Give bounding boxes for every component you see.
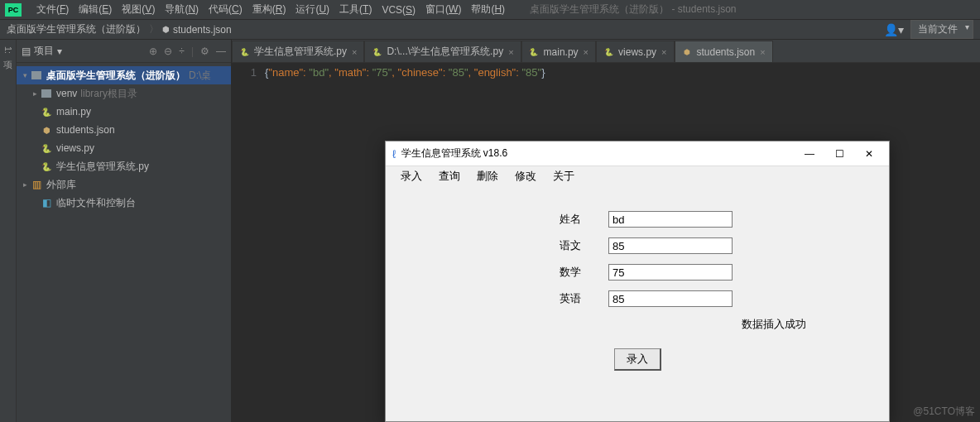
breadcrumb-project[interactable]: 桌面版学生管理系统（进阶版） <box>7 22 146 36</box>
project-tree: ▾ 桌面版学生管理系统（进阶版）D:\桌 ▸ venvlibrary根目录 🐍m… <box>17 63 231 215</box>
label-english: 英语 <box>542 291 608 306</box>
input-english[interactable] <box>608 290 733 307</box>
python-icon: 🐍 <box>40 142 53 154</box>
submit-button[interactable]: 录入 <box>614 348 661 371</box>
json-icon: ⬢ <box>40 124 53 136</box>
dialog-menu-insert[interactable]: 录入 <box>392 169 430 184</box>
tree-file-sims[interactable]: 🐍学生信息管理系统.py <box>17 157 231 175</box>
menu-window[interactable]: 窗口(W) <box>420 2 466 17</box>
chevron-right-icon: 〉 <box>149 22 159 36</box>
tree-external-libs[interactable]: ▸▥外部库 <box>17 175 231 194</box>
window-title: 桌面版学生管理系统（进阶版） - students.json <box>530 2 736 17</box>
close-icon[interactable]: × <box>352 47 357 57</box>
python-icon: 🐍 <box>40 161 53 172</box>
close-icon[interactable]: × <box>661 47 666 57</box>
menu-refactor[interactable]: 重构(R) <box>247 2 291 17</box>
tab-students-json[interactable]: ⬢students.json× <box>675 41 773 62</box>
student-dialog: ℓ 学生信息管理系统 v18.6 — ☐ ✕ 录入 查询 删除 修改 关于 姓名… <box>385 141 890 422</box>
left-tool-strip[interactable]: 1:项 <box>0 40 17 422</box>
menu-file[interactable]: 文件(F) <box>31 2 74 17</box>
breadcrumb: 桌面版学生管理系统（进阶版） 〉 ⬢ students.json 👤▾ 当前文件 <box>0 20 980 40</box>
hide-icon[interactable]: — <box>216 46 226 57</box>
minimize-button[interactable]: — <box>796 144 823 164</box>
menu-help[interactable]: 帮助(H) <box>466 2 510 17</box>
python-icon: 🐍 <box>40 106 53 117</box>
app-logo: PC <box>5 3 22 17</box>
json-icon: ⬢ <box>162 25 170 34</box>
python-icon: 🐍 <box>372 47 382 57</box>
menu-edit[interactable]: 编辑(E) <box>74 2 117 17</box>
maximize-button[interactable]: ☐ <box>826 144 853 164</box>
label-chinese: 语文 <box>542 238 608 253</box>
divide-icon[interactable]: ÷ <box>179 46 185 57</box>
label-name: 姓名 <box>542 212 608 227</box>
tree-project-root[interactable]: ▾ 桌面版学生管理系统（进阶版）D:\桌 <box>17 66 231 84</box>
dialog-body: 姓名 语文 数学 英语 数据插入成功 录入 <box>386 186 889 371</box>
line-gutter: 1 <box>232 66 265 419</box>
gear-icon[interactable]: ⚙ <box>200 46 209 57</box>
label-math: 数学 <box>542 265 608 280</box>
close-button[interactable]: ✕ <box>856 144 882 164</box>
run-config-selector[interactable]: 当前文件 <box>910 20 973 39</box>
status-message: 数据插入成功 <box>419 317 856 332</box>
tab-main-py[interactable]: 🐍main.py× <box>521 41 596 62</box>
tab-sims-py-2[interactable]: 🐍D:\...\学生信息管理系统.py× <box>364 41 521 62</box>
dialog-title: 学生信息管理系统 v18.6 <box>401 146 796 161</box>
dialog-menu-about[interactable]: 关于 <box>545 169 583 184</box>
close-icon[interactable]: × <box>584 47 588 57</box>
input-math[interactable] <box>608 264 733 281</box>
tree-file-views[interactable]: 🐍views.py <box>17 139 231 157</box>
close-icon[interactable]: × <box>508 47 513 57</box>
folder-icon: ▤ <box>22 46 31 57</box>
input-name[interactable] <box>608 211 733 228</box>
tree-venv[interactable]: ▸ venvlibrary根目录 <box>17 84 231 103</box>
menu-code[interactable]: 代码(C) <box>204 2 247 17</box>
editor-tabs: 🐍学生信息管理系统.py× 🐍D:\...\学生信息管理系统.py× 🐍main… <box>232 40 980 63</box>
expand-icon[interactable]: ⊕ <box>149 46 157 57</box>
collapse-icon[interactable]: ⊖ <box>164 46 172 57</box>
tree-file-main[interactable]: 🐍main.py <box>17 103 231 121</box>
tree-file-students[interactable]: ⬢students.json <box>17 121 231 139</box>
watermark: @51CTO博客 <box>913 405 975 419</box>
dialog-menu-modify[interactable]: 修改 <box>507 169 545 184</box>
menu-run[interactable]: 运行(U) <box>291 2 334 17</box>
python-icon: 🐍 <box>603 47 613 57</box>
menu-vcs[interactable]: VCS(S) <box>377 4 420 16</box>
menubar: PC 文件(F) 编辑(E) 视图(V) 导航(N) 代码(C) 重构(R) 运… <box>0 0 980 20</box>
tab-views-py[interactable]: 🐍views.py× <box>596 41 674 62</box>
input-chinese[interactable] <box>608 237 733 254</box>
user-icon[interactable]: 👤▾ <box>884 23 904 36</box>
dialog-menu-query[interactable]: 查询 <box>430 169 468 184</box>
menu-view[interactable]: 视图(V) <box>117 2 160 17</box>
breadcrumb-file[interactable]: students.json <box>173 24 232 36</box>
project-panel: ▤ 项目 ▾ ⊕ ⊖ ÷ | ⚙ — ▾ 桌面版学生管理系统（进阶版）D:\桌 … <box>17 40 232 422</box>
tree-scratches[interactable]: ◧临时文件和控制台 <box>17 194 231 212</box>
feather-icon: ℓ <box>392 147 396 161</box>
close-icon[interactable]: × <box>760 47 765 57</box>
python-icon: 🐍 <box>529 47 539 57</box>
dialog-menu-delete[interactable]: 删除 <box>468 169 507 184</box>
library-icon: ▥ <box>30 179 43 190</box>
tab-sims-py[interactable]: 🐍学生信息管理系统.py× <box>232 41 364 62</box>
panel-header: ▤ 项目 ▾ ⊕ ⊖ ÷ | ⚙ — <box>17 40 231 63</box>
dialog-titlebar[interactable]: ℓ 学生信息管理系统 v18.6 — ☐ ✕ <box>386 141 889 166</box>
menu-tools[interactable]: 工具(T) <box>334 2 377 17</box>
scratch-icon: ◧ <box>40 197 53 209</box>
panel-title[interactable]: ▤ 项目 ▾ <box>22 44 62 58</box>
json-icon: ⬢ <box>682 47 692 57</box>
dialog-menu: 录入 查询 删除 修改 关于 <box>386 166 889 186</box>
menu-navigate[interactable]: 导航(N) <box>160 2 204 17</box>
python-icon: 🐍 <box>239 47 249 57</box>
